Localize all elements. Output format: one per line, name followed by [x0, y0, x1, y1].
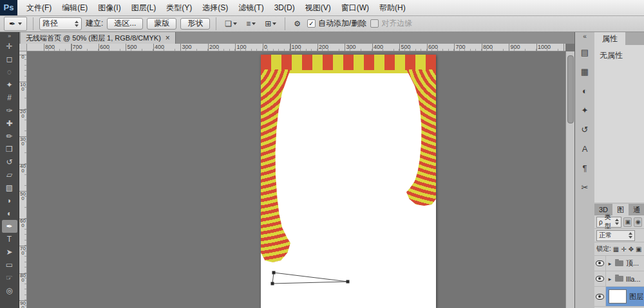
- layer-thumbnail[interactable]: [609, 289, 627, 303]
- eye-icon[interactable]: [596, 260, 604, 266]
- eraser-tool[interactable]: ▱: [2, 168, 17, 181]
- document-tab[interactable]: 无线端首页 @ 50% (图层 1, RGB/8/CMYK) ×: [21, 32, 176, 44]
- toolbar-collapse-icon[interactable]: »: [8, 33, 11, 40]
- menu-item[interactable]: 滤镜(T): [233, 0, 269, 15]
- menu-item[interactable]: 帮助(H): [374, 0, 411, 15]
- lock-move-icon[interactable]: ✥: [629, 246, 634, 253]
- combo-arrows-icon: [629, 232, 632, 239]
- eye-icon[interactable]: [596, 294, 604, 300]
- menu-item[interactable]: 编辑(E): [57, 0, 93, 15]
- blend-mode-select[interactable]: 正常: [596, 230, 635, 241]
- menu-bar: Ps 文件(F)编辑(E)图像(I)图层(L)类型(Y)选择(S)滤镜(T)3D…: [0, 0, 644, 16]
- move-tool[interactable]: ✛: [2, 40, 17, 53]
- layer-name[interactable]: 图层 1: [629, 292, 644, 302]
- menu-item[interactable]: 视图(V): [300, 0, 336, 15]
- adjustments-panel-icon[interactable]: ◐: [578, 84, 592, 98]
- path-operations-button[interactable]: ❏: [222, 18, 240, 30]
- character-panel-icon[interactable]: A: [578, 142, 592, 156]
- layer-name[interactable]: llla...: [626, 275, 641, 283]
- menu-item[interactable]: 窗口(W): [336, 0, 374, 15]
- group-expander-icon[interactable]: ▸: [607, 260, 612, 267]
- tab-layers[interactable]: 图层: [612, 204, 629, 215]
- vertical-ruler[interactable]: 0100200300400500600700800900: [19, 51, 27, 308]
- group-expander-icon[interactable]: ▸: [607, 276, 612, 282]
- anchor-point[interactable]: [271, 282, 274, 285]
- zoom-tool[interactable]: ◎: [2, 284, 17, 297]
- hand-tool[interactable]: ☞: [2, 271, 17, 284]
- dodge-tool[interactable]: ◐: [2, 207, 17, 220]
- tool-mode-value: 路径: [43, 18, 58, 29]
- layer-visibility-cell[interactable]: [594, 287, 606, 306]
- layer-filter-select[interactable]: ρ 类型: [596, 217, 621, 228]
- menu-item[interactable]: 3D(D): [269, 0, 300, 15]
- filter-kind-adjustment-icon[interactable]: ◉: [634, 217, 642, 227]
- brush-tool[interactable]: ✏: [2, 130, 17, 143]
- blend-mode-row: 正常: [594, 229, 644, 242]
- pen-path-segment[interactable]: [272, 273, 348, 284]
- layer-group-row[interactable]: ▸ llla...: [594, 271, 644, 287]
- layer-group-row[interactable]: ▸ 顶...: [594, 256, 644, 271]
- pen-options-gear-button[interactable]: ⚙: [291, 18, 303, 30]
- close-icon[interactable]: ×: [166, 34, 170, 42]
- horizontal-ruler[interactable]: 8007006005004003002001000100200300400500…: [27, 44, 565, 51]
- menu-item[interactable]: 选择(S): [197, 0, 233, 15]
- make-selection-button[interactable]: 选区...: [107, 18, 143, 30]
- anchor-point[interactable]: [346, 280, 350, 284]
- path-alignment-button[interactable]: ≡: [243, 18, 258, 30]
- marquee-tool[interactable]: ◻: [2, 53, 17, 66]
- lasso-tool[interactable]: ◌: [2, 66, 17, 78]
- quick-selection-tool[interactable]: ✦: [2, 78, 17, 91]
- canvas-vertical-scrollbar[interactable]: [565, 51, 574, 308]
- paragraph-panel-icon[interactable]: ¶: [578, 161, 592, 175]
- menu-item[interactable]: 文件(F): [21, 0, 57, 15]
- make-mask-button[interactable]: 蒙版: [147, 18, 176, 30]
- clone-stamp-tool[interactable]: ❒: [2, 143, 17, 156]
- tool-mode-select[interactable]: 路径: [39, 17, 82, 30]
- tab-channels[interactable]: 通: [629, 204, 644, 215]
- lock-transparency-icon[interactable]: ▦: [613, 246, 619, 253]
- ruler-label: 300: [20, 137, 26, 165]
- tool-preset-picker[interactable]: ✒: [4, 17, 27, 31]
- gradient-tool[interactable]: ▧: [2, 181, 17, 194]
- history-brush-tool[interactable]: ↺: [2, 156, 17, 168]
- crop-tool[interactable]: #: [2, 91, 17, 104]
- ruler-label: 600: [20, 219, 26, 246]
- dock-collapse-icon[interactable]: «: [583, 33, 587, 40]
- styles-panel-icon[interactable]: ✦: [578, 104, 592, 117]
- layer-row-selected[interactable]: 图层 1: [594, 287, 644, 307]
- scrollbar-thumb[interactable]: [567, 55, 574, 123]
- layer-visibility-cell[interactable]: [594, 271, 606, 286]
- menu-item[interactable]: 类型(Y): [161, 0, 197, 15]
- blur-tool[interactable]: ◗: [2, 194, 17, 207]
- checkbox-checked-icon[interactable]: ✓: [307, 19, 316, 28]
- auto-add-delete-option[interactable]: ✓ 自动添加/删除: [307, 18, 366, 29]
- filter-kind-pixel-icon[interactable]: ▣: [623, 217, 632, 227]
- swatches-panel-icon[interactable]: ▦: [578, 65, 592, 78]
- type-tool[interactable]: T: [2, 233, 17, 246]
- ruler-label: 800: [44, 44, 71, 50]
- ruler-label: 800: [482, 44, 509, 50]
- layer-visibility-cell[interactable]: [594, 256, 606, 271]
- shape-tool[interactable]: ▭: [2, 258, 17, 271]
- tool-presets-panel-icon[interactable]: ✂: [578, 181, 592, 194]
- menu-item[interactable]: 图层(L): [126, 0, 162, 15]
- history-panel-icon[interactable]: ↺: [578, 123, 592, 136]
- healing-brush-tool[interactable]: ✚: [2, 117, 17, 130]
- ruler-label: 700: [20, 246, 26, 274]
- vertical-ruler-labels: 0100200300400500600700800900: [20, 55, 26, 308]
- path-selection-tool[interactable]: ➤: [2, 246, 17, 258]
- color-panel-icon[interactable]: ▤: [578, 46, 592, 59]
- lock-row: 锁定: ▦ ✛ ✥ ▣: [594, 242, 644, 256]
- menu-item[interactable]: 图像(I): [93, 0, 126, 15]
- path-arrangement-button[interactable]: ⊞: [262, 18, 279, 30]
- lock-all-icon[interactable]: ▣: [636, 246, 641, 253]
- pen-tool[interactable]: ✒: [2, 220, 17, 233]
- lock-paint-icon[interactable]: ✛: [621, 246, 626, 253]
- eye-icon[interactable]: [596, 276, 604, 282]
- layer-name[interactable]: 顶...: [626, 258, 639, 268]
- tab-properties[interactable]: 属性: [594, 32, 625, 45]
- anchor-point[interactable]: [272, 271, 276, 275]
- make-shape-button[interactable]: 形状: [180, 18, 210, 30]
- pen-path-overlay[interactable]: [27, 51, 565, 308]
- eyedropper-tool[interactable]: ✑: [2, 104, 17, 117]
